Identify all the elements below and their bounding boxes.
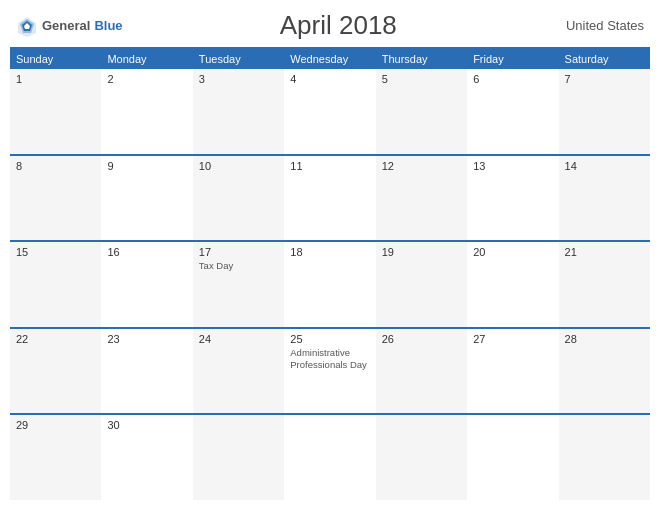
week-2: 891011121314 xyxy=(10,154,650,241)
day-number: 29 xyxy=(16,419,95,431)
day-number: 22 xyxy=(16,333,95,345)
day-cell: 26 xyxy=(376,329,467,414)
header-wednesday: Wednesday xyxy=(284,49,375,69)
day-cell: 3 xyxy=(193,69,284,154)
day-cell: 8 xyxy=(10,156,101,241)
day-number: 26 xyxy=(382,333,461,345)
day-number: 2 xyxy=(107,73,186,85)
day-cell: 5 xyxy=(376,69,467,154)
day-cell: 27 xyxy=(467,329,558,414)
week-3: 151617Tax Day18192021 xyxy=(10,240,650,327)
day-cell: 7 xyxy=(559,69,650,154)
calendar-page: GeneralBlue April 2018 United States Sun… xyxy=(0,0,660,510)
day-number: 3 xyxy=(199,73,278,85)
day-cell: 29 xyxy=(10,415,101,500)
day-cell: 16 xyxy=(101,242,192,327)
day-number: 10 xyxy=(199,160,278,172)
logo-icon xyxy=(16,15,38,37)
logo: GeneralBlue xyxy=(16,15,123,37)
header-saturday: Saturday xyxy=(559,49,650,69)
event-label: Tax Day xyxy=(199,260,278,272)
calendar: Sunday Monday Tuesday Wednesday Thursday… xyxy=(10,47,650,500)
day-cell: 19 xyxy=(376,242,467,327)
day-cell: 11 xyxy=(284,156,375,241)
day-number: 8 xyxy=(16,160,95,172)
day-number: 14 xyxy=(565,160,644,172)
day-number: 9 xyxy=(107,160,186,172)
month-title: April 2018 xyxy=(123,10,554,41)
day-cell: 18 xyxy=(284,242,375,327)
day-number: 20 xyxy=(473,246,552,258)
weeks: 1234567891011121314151617Tax Day18192021… xyxy=(10,69,650,500)
day-number: 25 xyxy=(290,333,369,345)
day-number: 19 xyxy=(382,246,461,258)
day-number: 6 xyxy=(473,73,552,85)
day-cell: 4 xyxy=(284,69,375,154)
event-label: Administrative Professionals Day xyxy=(290,347,369,372)
day-number: 24 xyxy=(199,333,278,345)
day-cell: 28 xyxy=(559,329,650,414)
week-5: 2930 xyxy=(10,413,650,500)
day-cell xyxy=(193,415,284,500)
day-cell: 10 xyxy=(193,156,284,241)
day-number: 30 xyxy=(107,419,186,431)
day-number: 7 xyxy=(565,73,644,85)
day-number: 16 xyxy=(107,246,186,258)
header-thursday: Thursday xyxy=(376,49,467,69)
day-cell: 21 xyxy=(559,242,650,327)
header-monday: Monday xyxy=(101,49,192,69)
day-cell: 23 xyxy=(101,329,192,414)
day-number: 5 xyxy=(382,73,461,85)
header: GeneralBlue April 2018 United States xyxy=(0,0,660,47)
day-cell xyxy=(559,415,650,500)
country-label: United States xyxy=(554,18,644,33)
day-cell: 15 xyxy=(10,242,101,327)
day-cell: 12 xyxy=(376,156,467,241)
day-cell: 30 xyxy=(101,415,192,500)
day-number: 23 xyxy=(107,333,186,345)
week-1: 1234567 xyxy=(10,69,650,154)
day-cell: 24 xyxy=(193,329,284,414)
day-cell: 1 xyxy=(10,69,101,154)
day-number: 28 xyxy=(565,333,644,345)
day-headers: Sunday Monday Tuesday Wednesday Thursday… xyxy=(10,49,650,69)
day-cell: 2 xyxy=(101,69,192,154)
day-number: 4 xyxy=(290,73,369,85)
day-cell xyxy=(284,415,375,500)
day-cell: 25Administrative Professionals Day xyxy=(284,329,375,414)
header-sunday: Sunday xyxy=(10,49,101,69)
logo-blue-text: Blue xyxy=(94,18,122,33)
day-cell xyxy=(467,415,558,500)
day-number: 18 xyxy=(290,246,369,258)
logo-general-text: General xyxy=(42,18,90,33)
day-number: 12 xyxy=(382,160,461,172)
header-friday: Friday xyxy=(467,49,558,69)
day-number: 21 xyxy=(565,246,644,258)
day-cell: 17Tax Day xyxy=(193,242,284,327)
week-4: 22232425Administrative Professionals Day… xyxy=(10,327,650,414)
day-cell: 9 xyxy=(101,156,192,241)
day-number: 27 xyxy=(473,333,552,345)
day-number: 17 xyxy=(199,246,278,258)
day-cell: 14 xyxy=(559,156,650,241)
day-number: 13 xyxy=(473,160,552,172)
day-cell: 6 xyxy=(467,69,558,154)
day-cell: 13 xyxy=(467,156,558,241)
day-cell xyxy=(376,415,467,500)
header-tuesday: Tuesday xyxy=(193,49,284,69)
day-cell: 20 xyxy=(467,242,558,327)
day-cell: 22 xyxy=(10,329,101,414)
day-number: 15 xyxy=(16,246,95,258)
day-number: 1 xyxy=(16,73,95,85)
day-number: 11 xyxy=(290,160,369,172)
